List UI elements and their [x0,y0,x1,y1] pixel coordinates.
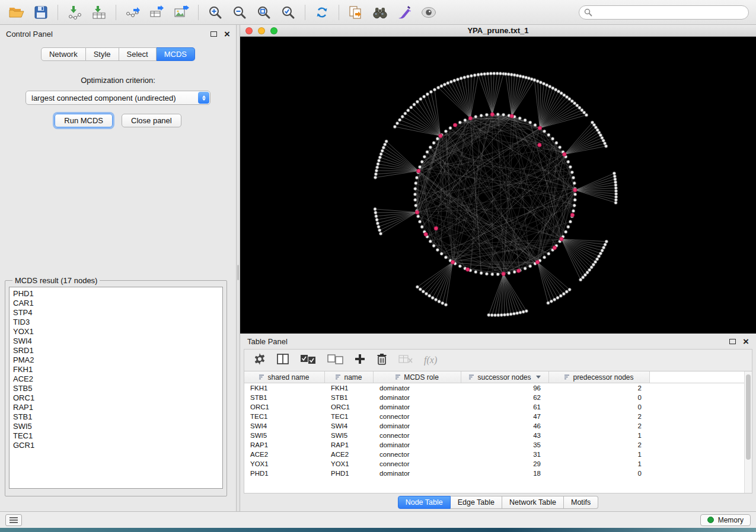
list-item[interactable]: PHD1 [13,289,219,299]
table-scrollbar[interactable] [744,371,752,493]
column-header-shared-name[interactable]: shared name [244,371,325,383]
list-item[interactable]: TID3 [13,318,219,327]
memory-button[interactable]: Memory [700,514,751,526]
table-row[interactable]: STB1STB1dominator620 [244,393,744,402]
export-image-button[interactable] [172,3,191,22]
list-item[interactable]: CAR1 [13,299,219,308]
cell-role: connector [374,451,461,458]
apply-style-button[interactable] [395,3,414,22]
list-item[interactable]: GCR1 [13,441,219,450]
table-row[interactable]: TEC1TEC1connector472 [244,412,744,421]
list-item[interactable]: ACE2 [13,374,219,384]
cell-successors: 29 [461,460,549,467]
list-item[interactable]: TEC1 [13,431,219,441]
splitter-grip[interactable] [237,265,239,280]
import-table-button[interactable] [90,3,109,22]
column-header-name[interactable]: name [325,371,374,383]
function-builder-button[interactable]: f(x) [424,355,437,366]
cell-successors: 18 [461,470,549,477]
tab-motifs[interactable]: Motifs [564,496,598,509]
list-item[interactable]: STP4 [13,308,219,318]
maximize-window-button[interactable] [270,27,277,34]
list-item[interactable]: ORC1 [13,393,219,403]
export-table-button[interactable] [148,3,167,22]
table-row[interactable]: SWI5SWI5connector431 [244,431,744,440]
table-row[interactable]: ORC1ORC1dominator610 [244,402,744,412]
search-network-button[interactable] [371,3,390,22]
table-row[interactable]: YOX1YOX1connector291 [244,459,744,469]
save-session-button[interactable] [31,3,50,22]
search-box[interactable] [579,5,749,20]
tab-edge-table[interactable]: Edge Table [451,496,502,509]
search-input[interactable] [596,8,744,17]
list-item[interactable]: SRD1 [13,346,219,355]
copy-document-icon [349,5,363,20]
zoom-selected-button[interactable] [279,3,298,22]
tab-mcds[interactable]: MCDS [157,47,195,61]
delete-table-button-disabled[interactable] [398,354,413,366]
tab-network[interactable]: Network [41,47,86,61]
list-item[interactable]: FKH1 [13,365,219,374]
cell-role: dominator [374,422,461,430]
list-item[interactable]: SWI5 [13,422,219,431]
criterion-select[interactable]: largest connected component (undirected) [25,91,210,105]
list-item[interactable]: STB1 [13,412,219,422]
save-icon [34,6,47,19]
column-header-MCDS-role[interactable]: MCDS role [374,371,461,383]
criterion-selected-value: largest connected component (undirected) [31,94,176,102]
float-window-icon[interactable] [210,31,217,37]
close-panel-icon[interactable]: × [224,29,230,39]
tab-style[interactable]: Style [86,47,119,61]
zoom-fit-button[interactable] [254,3,273,22]
list-item[interactable]: RAP1 [13,403,219,412]
panel-menu-button[interactable] [5,514,22,526]
delete-column-button[interactable] [377,353,387,367]
list-item[interactable]: SWI4 [13,336,219,346]
select-all-button[interactable] [300,354,316,367]
import-network-button[interactable] [65,3,84,22]
table-settings-button[interactable] [254,353,266,367]
scrollbar-thumb[interactable] [746,374,751,460]
list-item[interactable]: YOX1 [13,327,219,336]
table-row[interactable]: ACE2ACE2connector311 [244,450,744,459]
cell-name: SWI5 [325,432,374,439]
show-columns-button[interactable] [277,354,289,367]
toolbar-separator [198,5,199,20]
show-hide-button[interactable] [419,3,438,22]
column-header-successor-nodes[interactable]: successor nodes [461,371,549,383]
unselect-all-button[interactable] [327,354,343,367]
float-window-icon[interactable] [729,339,736,344]
copy-network-button[interactable] [346,3,365,22]
cell-successors: 47 [461,413,549,420]
zoom-out-button[interactable] [230,3,249,22]
refresh-button[interactable] [312,3,331,22]
tab-node-table[interactable]: Node Table [398,496,451,509]
table-row[interactable]: SWI4SWI4dominator462 [244,421,744,431]
tab-network-table[interactable]: Network Table [502,496,564,509]
zoom-fit-icon [257,5,271,20]
minimize-window-button[interactable] [258,27,265,34]
add-column-button[interactable] [355,354,365,367]
control-panel: Control Panel × NetworkStyleSelectMCDS O… [0,25,237,511]
zoom-in-button[interactable] [206,3,225,22]
export-network-button[interactable] [123,3,142,22]
table-row[interactable]: PHD1PHD1dominator180 [244,469,744,478]
table-row[interactable]: RAP1RAP1dominator352 [244,440,744,450]
table-row[interactable]: FKH1FKH1dominator962 [244,383,744,393]
column-header-predecessor-nodes[interactable]: predecessor nodes [549,371,650,383]
close-panel-button[interactable]: Close panel [122,114,181,127]
close-panel-icon[interactable]: × [743,336,749,347]
tab-select[interactable]: Select [119,47,157,61]
cell-role: dominator [374,394,461,401]
list-item[interactable]: PMA2 [13,355,219,365]
open-file-button[interactable] [7,3,26,22]
table-panel: Table Panel × [240,334,756,511]
cell-shared_name: SWI4 [244,422,325,430]
run-mcds-button[interactable]: Run MCDS [55,114,113,127]
toolbar-separator [339,5,339,20]
list-item[interactable]: STB5 [13,384,219,393]
network-canvas[interactable] [240,37,756,334]
close-window-button[interactable] [245,27,253,34]
network-titlebar[interactable]: YPA_prune.txt_1 [240,25,756,37]
select-all-icon [300,354,316,364]
